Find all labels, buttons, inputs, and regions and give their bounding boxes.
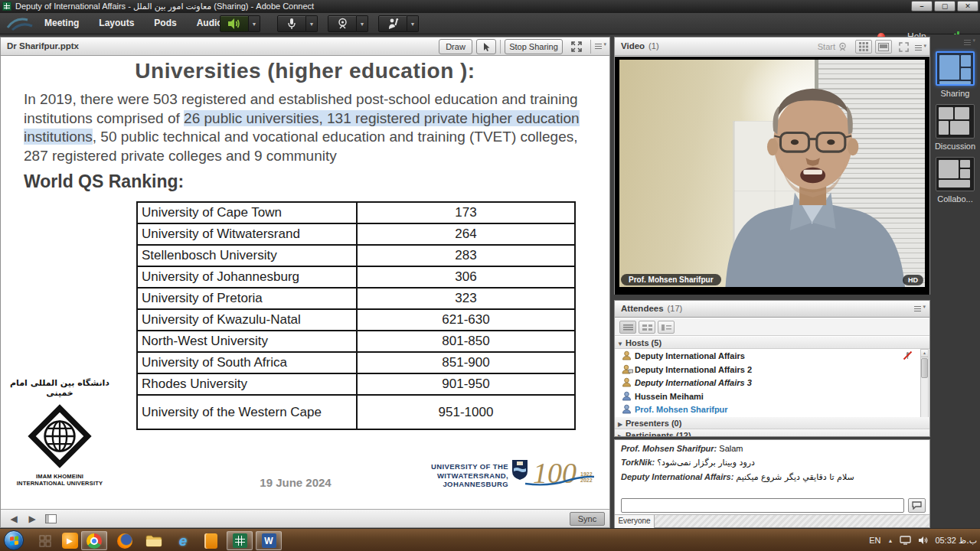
layout-label-discussion[interactable]: Discussion (930, 142, 980, 151)
speaker-button[interactable] (220, 15, 249, 32)
layout-label-collaboration[interactable]: Collabo... (930, 194, 980, 204)
table-row: University of the Western Cape951-1000 (137, 395, 575, 429)
draw-button[interactable]: Draw (439, 39, 472, 54)
microphone-dropdown[interactable]: ▼ (306, 15, 318, 32)
layout-sidebar-menu-icon[interactable] (964, 39, 974, 47)
presenters-group-header[interactable]: ▶Presenters (0) (615, 417, 929, 429)
grid-view-button[interactable] (855, 40, 872, 54)
next-slide-button[interactable]: ▶ (25, 513, 39, 525)
taskbar-orange-app-icon[interactable] (198, 531, 224, 550)
speaker-dropdown[interactable]: ▼ (249, 15, 260, 32)
layout-label-sharing[interactable]: Sharing (930, 89, 980, 98)
menu-audio[interactable]: Audio (197, 18, 223, 28)
attendee-list-view-button[interactable] (619, 321, 636, 334)
sync-button[interactable]: Sync (570, 512, 605, 526)
video-fullscreen-button[interactable] (895, 40, 912, 54)
scrollbar-thumb[interactable] (921, 358, 928, 378)
university-cell: University of the Western Cape (137, 395, 357, 429)
attendee-row[interactable]: Prof. Mohsen Sharifpur (615, 403, 920, 416)
university-cell: North-West University (137, 331, 357, 352)
start-button[interactable] (4, 530, 24, 550)
microphone-icon (286, 18, 297, 30)
clock[interactable]: 05:32 ب.ظ (935, 536, 977, 546)
rank-cell: 901-950 (357, 373, 575, 395)
pointer-icon (482, 42, 491, 52)
webcam-icon (337, 18, 348, 30)
attendee-row[interactable]: Hussein Meihami (615, 390, 920, 403)
filmstrip-view-icon (878, 43, 889, 51)
video-pod: Video(1) Start (614, 37, 930, 295)
breakout-view-icon (642, 324, 652, 331)
pointer-tool-button[interactable] (476, 39, 496, 54)
taskbar-word-icon[interactable]: W (256, 531, 282, 550)
university-cell: University of Cape Town (137, 202, 357, 223)
raise-hand-dropdown[interactable]: ▼ (407, 15, 419, 32)
university-cell: University of Johannesburg (137, 266, 357, 288)
display-network-icon[interactable] (900, 536, 911, 545)
taskbar-media-player-icon[interactable]: ▶ (57, 531, 83, 550)
host-user-icon (622, 350, 632, 360)
sidebar-toggle-button[interactable] (45, 514, 57, 523)
share-pod: Dr Sharifpur.pptx Draw Stop Sharing (0, 37, 610, 528)
fullscreen-button[interactable] (567, 39, 586, 54)
adobe-connect-logo (5, 15, 35, 32)
share-pod-footer: ◀ ▶ Sync (1, 509, 609, 527)
taskbar-adobe-connect-icon[interactable] (227, 531, 253, 550)
start-webcam-button[interactable]: Start (813, 41, 852, 53)
stop-sharing-button[interactable]: Stop Sharing (505, 39, 563, 54)
ikiu-logo: دانشگاه بین المللی امام خمینی IMAM KHOME… (5, 378, 114, 487)
grid-view-icon (859, 42, 868, 51)
attendee-row[interactable]: Deputy International Affairs 3 (615, 376, 920, 390)
filmstrip-view-button[interactable] (875, 40, 892, 54)
tab-everyone[interactable]: Everyone (615, 515, 655, 528)
university-cell: University of Witwatersrand (137, 223, 357, 245)
webcam-button[interactable] (328, 15, 357, 32)
scroll-up-icon[interactable]: ▲ (921, 350, 928, 357)
participant-user-icon (622, 404, 632, 414)
rank-cell: 323 (357, 288, 575, 309)
taskbar-pinned-app-icon[interactable] (32, 531, 58, 550)
layout-thumbnail-discussion[interactable] (936, 104, 975, 139)
send-message-button[interactable] (908, 498, 926, 513)
raise-hand-button[interactable] (378, 15, 407, 32)
attendee-row[interactable]: Deputy International Affairs 2 (615, 363, 920, 377)
volume-icon[interactable] (918, 536, 928, 545)
tray-expand-icon[interactable]: ▲ (887, 538, 893, 543)
layout-thumbnail-sharing[interactable] (936, 51, 975, 86)
maximize-button[interactable]: ▢ (934, 1, 956, 11)
participants-group-header[interactable]: ▶Participants (12) (615, 429, 929, 436)
table-row: University of Witwatersrand264 (137, 223, 575, 245)
video-pod-menu-icon[interactable] (915, 44, 925, 52)
menu-layouts[interactable]: Layouts (99, 18, 134, 28)
minimize-button[interactable]: – (911, 1, 933, 11)
rank-cell: 621-630 (357, 309, 575, 331)
share-pod-menu-icon[interactable] (595, 43, 605, 51)
close-button[interactable]: ✕ (957, 1, 978, 11)
attendees-list: Deputy International Affairs Deputy Inte… (615, 349, 929, 416)
video-pod-title: Video(1) (621, 41, 659, 51)
university-cell: University of Pretoria (137, 288, 357, 309)
attendees-pod: Attendees(17) ▼Hosts (5) Deputy Inter (614, 300, 930, 437)
layout-thumbnail-collaboration[interactable] (936, 157, 975, 191)
folder-icon (145, 534, 162, 547)
ranking-heading: World QS Ranking: (24, 171, 184, 192)
taskbar-ie-icon[interactable]: e (170, 531, 196, 550)
chat-message: Deputy International Affairs: سلام تا دق… (621, 472, 923, 482)
taskbar-firefox-icon[interactable] (112, 531, 138, 550)
language-indicator[interactable]: EN (869, 536, 880, 545)
attendees-pod-menu-icon[interactable] (914, 305, 924, 313)
previous-slide-button[interactable]: ◀ (7, 513, 21, 525)
menu-meeting[interactable]: Meeting (44, 18, 79, 28)
breakout-view-button[interactable] (639, 321, 655, 334)
hosts-group-header[interactable]: ▼Hosts (5) (615, 337, 929, 349)
microphone-button[interactable] (277, 15, 306, 32)
attendee-status-view-button[interactable] (658, 321, 675, 334)
webcam-small-icon (838, 42, 848, 51)
mic-blocked-icon (903, 350, 913, 360)
menu-pods[interactable]: Pods (154, 18, 176, 28)
webcam-dropdown[interactable]: ▼ (357, 15, 368, 32)
taskbar-chrome-icon[interactable] (81, 531, 107, 550)
chat-input[interactable] (621, 498, 904, 513)
taskbar-explorer-icon[interactable] (141, 531, 167, 550)
attendee-row[interactable]: Deputy International Affairs (615, 349, 920, 363)
